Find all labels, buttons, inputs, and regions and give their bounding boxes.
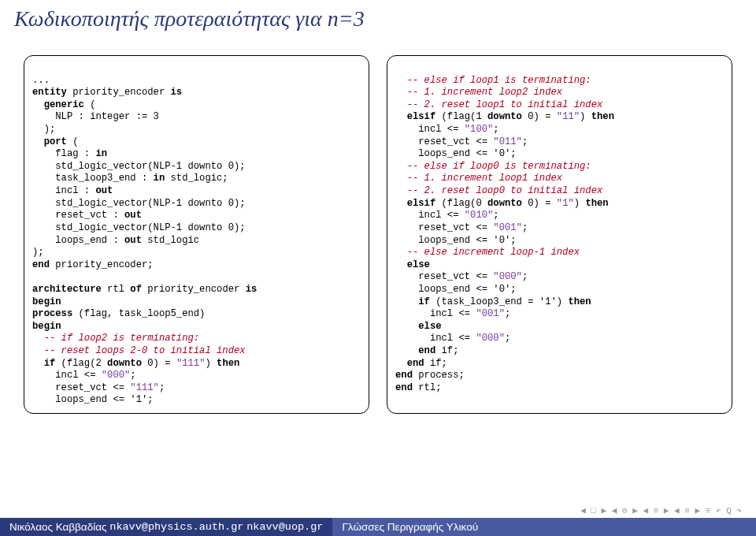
content-area: ... entity priority_encoder is generic (… [0,39,756,414]
footer-course: Γλώσσες Περιγραφής Υλικού [332,518,756,536]
code-block-left: ... entity priority_encoder is generic (… [24,55,369,414]
footer-author: Νικόλαος Καββαδίας nkavv@physics.auth.gr… [0,518,332,536]
nav-icons: ◀ □ ▶ ◀ ⊘ ▶ ◀ ≡ ▶ ◀ ≡ ▶ ≡ ↶ Q ↷ [580,505,742,516]
slide-title: Κωδικοποιητής προτεραιότητας για n=3 [0,0,756,39]
code-block-right: -- else if loop1 is terminating: -- 1. i… [387,55,732,414]
footer: Νικόλαος Καββαδίας nkavv@physics.auth.gr… [0,518,756,536]
